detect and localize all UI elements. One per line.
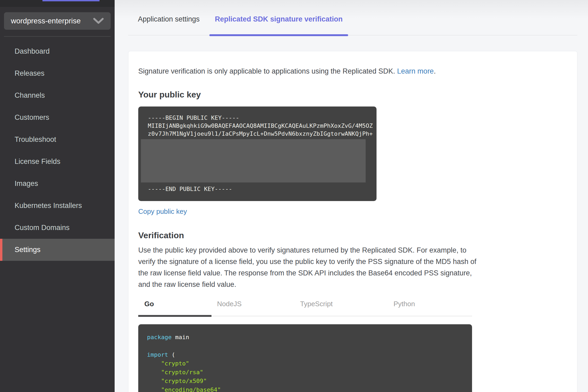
top-accent-bar [42,0,100,1]
sidebar-item-releases[interactable]: Releases [0,62,115,84]
app-selector-dropdown[interactable]: wordpress-enterprise [4,12,111,30]
sidebar-item-customers[interactable]: Customers [0,106,115,129]
code-token-plain: ( [168,351,175,358]
public-key-textarea[interactable]: -----BEGIN PUBLIC KEY----- MIIBIjANBgkqh… [138,106,377,201]
go-code-block: package main import ( "crypto" "crypto/r… [138,324,472,392]
tab-application-settings[interactable]: Application settings [128,3,209,35]
sidebar-divider [4,36,111,37]
sidebar-item-license-fields[interactable]: License Fields [0,151,115,173]
code-tab-nodejs[interactable]: NodeJS [217,300,242,308]
code-line: package main [147,333,472,342]
code-line-import: "crypto/rsa" [147,368,472,377]
code-token-keyword: import [147,351,168,358]
signature-verification-card: Signature verification is only applicabl… [128,51,577,392]
sidebar-item-images[interactable]: Images [0,173,115,195]
code-line-import: "encoding/base64" [147,385,472,392]
public-key-line: MIIBIjANBgkqhkiG9w0BAQEFAAOCAQ8AMIIBCgKC… [148,122,377,130]
learn-more-link[interactable]: Learn more [397,67,434,75]
active-tab-underline [209,34,348,36]
code-line-blank [147,342,472,350]
copy-public-key-link[interactable]: Copy public key [138,207,187,216]
sidebar-item-channels[interactable]: Channels [0,84,115,106]
tab-label: Replicated SDK signature verification [215,15,343,23]
code-language-tabs: Go NodeJS TypeScript Python [138,298,472,316]
public-key-end-line: -----END PUBLIC KEY----- [148,185,377,193]
sidebar-nav: Dashboard Releases Channels Customers Tr… [0,40,115,261]
active-indicator [0,239,2,261]
selected-text-highlight [141,139,366,182]
verification-description: Use the public key provided above to ver… [138,245,477,290]
public-key-line: z0v7Jh7M1NgV1joeu9l1/IaCPsMpyIcL+Dnw5Pdv… [148,130,377,138]
sidebar-item-label: Settings [15,246,41,254]
intro-text-main: Signature verification is only applicabl… [138,67,397,75]
sidebar-item-troubleshoot[interactable]: Troubleshoot [0,129,115,151]
sidebar: wordpress-enterprise Dashboard Releases … [0,0,115,392]
tab-replicated-sdk-signature-verification[interactable]: Replicated SDK signature verification [209,3,348,35]
code-line-import: "crypto/x509" [147,377,472,385]
intro-text-suffix: . [434,67,436,75]
main-content: Application settings Replicated SDK sign… [115,0,588,392]
settings-tabs: Application settings Replicated SDK sign… [128,0,577,35]
intro-text: Signature verification is only applicabl… [138,67,567,75]
code-tab-typescript[interactable]: TypeScript [300,300,333,308]
sidebar-item-settings[interactable]: Settings [0,239,115,261]
code-token-keyword: package [147,334,172,340]
verification-heading: Verification [138,231,567,240]
public-key-heading: Your public key [138,90,567,100]
public-key-begin-line: -----BEGIN PUBLIC KEY----- [148,114,377,122]
sidebar-item-custom-domains[interactable]: Custom Domains [0,217,115,239]
code-tab-go[interactable]: Go [144,300,154,308]
code-line: import ( [147,350,472,359]
app-selector-label: wordpress-enterprise [11,17,81,25]
sidebar-item-dashboard[interactable]: Dashboard [0,40,115,62]
active-code-tab-underline [138,315,211,317]
code-line-import: "crypto" [147,359,472,368]
code-token-plain: main [172,334,189,340]
chevron-down-icon [93,17,104,25]
code-tab-python[interactable]: Python [394,300,415,308]
sidebar-item-kubernetes-installers[interactable]: Kubernetes Installers [0,195,115,217]
